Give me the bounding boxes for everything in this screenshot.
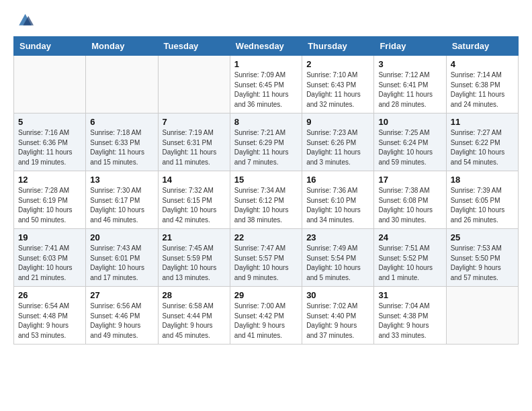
day-info: Sunrise: 6:56 AM Sunset: 4:46 PM Dayligh… xyxy=(90,302,153,340)
logo-icon xyxy=(13,11,35,30)
day-of-week-header: Sunday xyxy=(14,37,86,56)
day-number: 19 xyxy=(18,232,81,242)
day-number: 15 xyxy=(234,175,298,185)
day-number: 29 xyxy=(234,290,298,300)
day-number: 8 xyxy=(234,117,298,127)
calendar-header-row: SundayMondayTuesdayWednesdayThursdayFrid… xyxy=(14,37,519,56)
calendar-day-cell: 24Sunrise: 7:51 AM Sunset: 5:52 PM Dayli… xyxy=(374,229,446,287)
day-number: 24 xyxy=(378,232,441,242)
calendar-day-cell: 1Sunrise: 7:09 AM Sunset: 6:45 PM Daylig… xyxy=(230,56,302,113)
day-info: Sunrise: 7:09 AM Sunset: 6:45 PM Dayligh… xyxy=(234,71,298,109)
day-number: 23 xyxy=(306,232,369,242)
calendar-day-cell: 25Sunrise: 7:53 AM Sunset: 5:50 PM Dayli… xyxy=(446,229,518,287)
day-info: Sunrise: 7:25 AM Sunset: 6:24 PM Dayligh… xyxy=(378,128,441,167)
calendar-day-cell: 29Sunrise: 7:00 AM Sunset: 4:42 PM Dayli… xyxy=(230,287,302,345)
day-info: Sunrise: 7:38 AM Sunset: 6:08 PM Dayligh… xyxy=(378,186,441,225)
day-info: Sunrise: 7:53 AM Sunset: 5:50 PM Dayligh… xyxy=(451,244,514,283)
calendar-day-cell: 11Sunrise: 7:27 AM Sunset: 6:22 PM Dayli… xyxy=(446,113,518,171)
day-info: Sunrise: 7:39 AM Sunset: 6:05 PM Dayligh… xyxy=(451,186,514,225)
day-number: 2 xyxy=(306,59,369,69)
calendar-day-cell: 12Sunrise: 7:28 AM Sunset: 6:19 PM Dayli… xyxy=(14,171,86,229)
day-number: 1 xyxy=(234,59,298,69)
day-info: Sunrise: 7:23 AM Sunset: 6:26 PM Dayligh… xyxy=(306,128,369,167)
day-info: Sunrise: 7:49 AM Sunset: 5:54 PM Dayligh… xyxy=(306,244,369,283)
calendar-day-cell: 15Sunrise: 7:34 AM Sunset: 6:12 PM Dayli… xyxy=(230,171,302,229)
day-number: 14 xyxy=(163,175,226,185)
day-number: 30 xyxy=(306,290,369,300)
day-info: Sunrise: 7:27 AM Sunset: 6:22 PM Dayligh… xyxy=(451,128,514,167)
day-number: 13 xyxy=(90,175,153,185)
logo xyxy=(13,11,38,30)
calendar-day-cell: 9Sunrise: 7:23 AM Sunset: 6:26 PM Daylig… xyxy=(302,113,374,171)
calendar-day-cell: 17Sunrise: 7:38 AM Sunset: 6:08 PM Dayli… xyxy=(374,171,446,229)
day-number: 3 xyxy=(378,59,441,69)
calendar-day-cell xyxy=(446,287,518,345)
calendar-day-cell: 26Sunrise: 6:54 AM Sunset: 4:48 PM Dayli… xyxy=(14,287,86,345)
calendar-day-cell: 30Sunrise: 7:02 AM Sunset: 4:40 PM Dayli… xyxy=(302,287,374,345)
calendar-week-row: 12Sunrise: 7:28 AM Sunset: 6:19 PM Dayli… xyxy=(14,171,519,229)
day-of-week-header: Thursday xyxy=(302,37,374,56)
calendar-day-cell: 10Sunrise: 7:25 AM Sunset: 6:24 PM Dayli… xyxy=(374,113,446,171)
day-number: 22 xyxy=(234,232,298,242)
day-info: Sunrise: 7:28 AM Sunset: 6:19 PM Dayligh… xyxy=(18,186,81,225)
day-number: 28 xyxy=(163,290,226,300)
day-info: Sunrise: 6:54 AM Sunset: 4:48 PM Dayligh… xyxy=(18,302,81,340)
day-number: 12 xyxy=(18,175,81,185)
day-info: Sunrise: 7:10 AM Sunset: 6:43 PM Dayligh… xyxy=(306,71,369,109)
day-number: 18 xyxy=(451,175,514,185)
day-info: Sunrise: 7:43 AM Sunset: 6:01 PM Dayligh… xyxy=(90,244,153,283)
calendar-day-cell xyxy=(86,56,158,113)
day-number: 6 xyxy=(90,117,153,127)
calendar-day-cell: 5Sunrise: 7:16 AM Sunset: 6:36 PM Daylig… xyxy=(14,113,86,171)
day-number: 9 xyxy=(306,117,369,127)
day-number: 21 xyxy=(163,232,226,242)
day-info: Sunrise: 7:32 AM Sunset: 6:15 PM Dayligh… xyxy=(163,186,226,225)
day-info: Sunrise: 7:14 AM Sunset: 6:38 PM Dayligh… xyxy=(451,71,514,109)
calendar-day-cell: 13Sunrise: 7:30 AM Sunset: 6:17 PM Dayli… xyxy=(86,171,158,229)
day-info: Sunrise: 7:00 AM Sunset: 4:42 PM Dayligh… xyxy=(234,302,298,340)
day-info: Sunrise: 7:18 AM Sunset: 6:33 PM Dayligh… xyxy=(90,128,153,167)
day-of-week-header: Tuesday xyxy=(158,37,230,56)
day-info: Sunrise: 7:19 AM Sunset: 6:31 PM Dayligh… xyxy=(163,128,226,167)
day-info: Sunrise: 7:41 AM Sunset: 6:03 PM Dayligh… xyxy=(18,244,81,283)
day-of-week-header: Friday xyxy=(374,37,446,56)
calendar-day-cell: 4Sunrise: 7:14 AM Sunset: 6:38 PM Daylig… xyxy=(446,56,518,113)
calendar-day-cell: 8Sunrise: 7:21 AM Sunset: 6:29 PM Daylig… xyxy=(230,113,302,171)
day-info: Sunrise: 7:34 AM Sunset: 6:12 PM Dayligh… xyxy=(234,186,298,225)
day-number: 26 xyxy=(18,290,81,300)
day-of-week-header: Wednesday xyxy=(230,37,302,56)
day-number: 27 xyxy=(90,290,153,300)
calendar-day-cell: 21Sunrise: 7:45 AM Sunset: 5:59 PM Dayli… xyxy=(158,229,230,287)
calendar-day-cell: 20Sunrise: 7:43 AM Sunset: 6:01 PM Dayli… xyxy=(86,229,158,287)
calendar-day-cell: 16Sunrise: 7:36 AM Sunset: 6:10 PM Dayli… xyxy=(302,171,374,229)
day-number: 25 xyxy=(451,232,514,242)
calendar-day-cell: 28Sunrise: 6:58 AM Sunset: 4:44 PM Dayli… xyxy=(158,287,230,345)
day-info: Sunrise: 7:47 AM Sunset: 5:57 PM Dayligh… xyxy=(234,244,298,283)
day-number: 7 xyxy=(163,117,226,127)
calendar-day-cell: 7Sunrise: 7:19 AM Sunset: 6:31 PM Daylig… xyxy=(158,113,230,171)
calendar-day-cell: 2Sunrise: 7:10 AM Sunset: 6:43 PM Daylig… xyxy=(302,56,374,113)
calendar-body: 1Sunrise: 7:09 AM Sunset: 6:45 PM Daylig… xyxy=(14,56,519,345)
calendar-table: SundayMondayTuesdayWednesdayThursdayFrid… xyxy=(13,36,519,345)
day-info: Sunrise: 7:45 AM Sunset: 5:59 PM Dayligh… xyxy=(163,244,226,283)
calendar-day-cell: 31Sunrise: 7:04 AM Sunset: 4:38 PM Dayli… xyxy=(374,287,446,345)
day-info: Sunrise: 7:51 AM Sunset: 5:52 PM Dayligh… xyxy=(378,244,441,283)
day-info: Sunrise: 7:21 AM Sunset: 6:29 PM Dayligh… xyxy=(234,128,298,167)
calendar-day-cell: 18Sunrise: 7:39 AM Sunset: 6:05 PM Dayli… xyxy=(446,171,518,229)
calendar-day-cell: 14Sunrise: 7:32 AM Sunset: 6:15 PM Dayli… xyxy=(158,171,230,229)
day-info: Sunrise: 7:02 AM Sunset: 4:40 PM Dayligh… xyxy=(306,302,369,340)
calendar-day-cell: 27Sunrise: 6:56 AM Sunset: 4:46 PM Dayli… xyxy=(86,287,158,345)
day-info: Sunrise: 7:16 AM Sunset: 6:36 PM Dayligh… xyxy=(18,128,81,167)
day-info: Sunrise: 7:30 AM Sunset: 6:17 PM Dayligh… xyxy=(90,186,153,225)
day-of-week-header: Monday xyxy=(86,37,158,56)
day-number: 10 xyxy=(378,117,441,127)
day-number: 20 xyxy=(90,232,153,242)
day-of-week-header: Saturday xyxy=(446,37,518,56)
calendar-day-cell: 22Sunrise: 7:47 AM Sunset: 5:57 PM Dayli… xyxy=(230,229,302,287)
day-number: 16 xyxy=(306,175,369,185)
page-header xyxy=(13,11,519,30)
day-number: 11 xyxy=(451,117,514,127)
day-info: Sunrise: 7:12 AM Sunset: 6:41 PM Dayligh… xyxy=(378,71,441,109)
day-number: 4 xyxy=(451,59,514,69)
calendar-day-cell: 23Sunrise: 7:49 AM Sunset: 5:54 PM Dayli… xyxy=(302,229,374,287)
